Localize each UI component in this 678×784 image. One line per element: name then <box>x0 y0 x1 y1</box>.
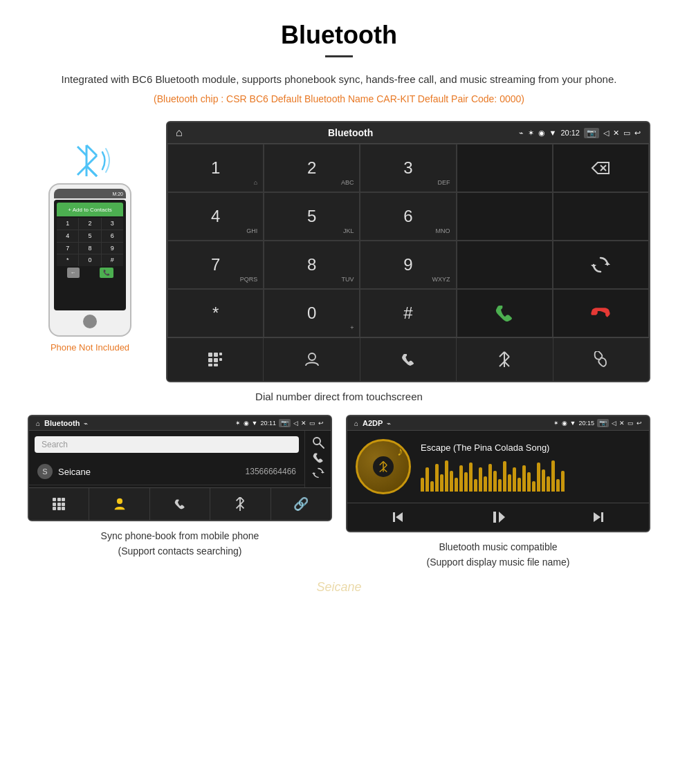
music-note-icon: ♪ <box>397 445 403 459</box>
volume-icon[interactable]: ◁ <box>603 129 609 138</box>
music-rect-icon[interactable]: ▭ <box>627 420 634 427</box>
status-bar-right: ⌁ ✶ ◉ ▼ 20:12 📷 ◁ ✕ ▭ ↩ <box>519 128 641 138</box>
pb-btn-grid[interactable] <box>29 488 89 520</box>
music-close-icon[interactable]: ✕ <box>619 420 625 427</box>
key-blank-4 <box>457 241 553 289</box>
svg-rect-14 <box>208 358 212 362</box>
music-vol-icon[interactable]: ◁ <box>612 420 616 427</box>
orange-info: (Bluetooth chip : CSR BC6 Default Blueto… <box>28 93 650 104</box>
pb-btn-person[interactable] <box>89 488 149 520</box>
pb-search-placeholder: Search <box>42 440 68 449</box>
music-info: Escape (The Pina Colada Song) <box>421 442 641 492</box>
phone-bottom-row: ← 📞 <box>57 268 123 278</box>
svg-line-23 <box>504 362 509 366</box>
music-caption-line2: (Support display music file name) <box>346 554 650 570</box>
pb-search-bar[interactable]: Search <box>35 436 299 453</box>
grid-icon <box>208 352 223 367</box>
home-icon[interactable]: ⌂ <box>176 127 183 139</box>
key-star[interactable]: * <box>167 289 264 337</box>
key-4[interactable]: 4 GHI <box>167 192 264 241</box>
dialpad-btn-link[interactable] <box>553 338 649 381</box>
window-icon[interactable]: ▭ <box>623 129 630 138</box>
eq-bar <box>508 474 511 492</box>
pb-right-icons <box>304 431 331 487</box>
phone-dial-grid: 1 2 3 4 5 6 7 8 9 * 0 # <box>57 218 123 266</box>
back-icon[interactable]: ↩ <box>634 129 641 138</box>
skip-back-icon <box>390 509 406 525</box>
phone-icon <box>401 352 416 367</box>
music-album-art: ♪ <box>356 439 411 494</box>
pb-btn-link[interactable]: 🔗 <box>271 488 331 520</box>
phone-screen: + Add to Contacts 1 2 3 4 5 6 7 8 9 * 0 <box>54 200 126 310</box>
pb-search-icon-btn[interactable] <box>312 436 324 451</box>
key-call-green[interactable] <box>457 289 553 337</box>
seicane-watermark: Seicane <box>28 580 650 595</box>
time-display: 20:12 <box>560 129 580 137</box>
phone-key-0: 0 <box>79 254 100 266</box>
svg-marker-55 <box>499 512 505 523</box>
key-9[interactable]: 9 WXYZ <box>360 241 456 289</box>
green-phone-icon <box>494 303 515 324</box>
eq-bar <box>532 481 535 492</box>
pb-bottom-bar: 🔗 <box>29 487 331 520</box>
key-7[interactable]: 7 PQRS <box>167 241 264 289</box>
pb-time: 20:11 <box>260 420 276 427</box>
pb-btn-call[interactable] <box>150 488 210 520</box>
svg-rect-36 <box>53 507 56 510</box>
svg-rect-15 <box>214 358 218 362</box>
contact-number: 13566664466 <box>246 467 296 476</box>
music-back-icon[interactable]: ↩ <box>636 420 642 427</box>
eq-bar <box>488 464 492 492</box>
car-status-bar: ⌂ Bluetooth ⌁ ✶ ◉ ▼ 20:12 📷 ◁ ✕ ▭ ↩ <box>167 122 649 144</box>
key-call-red[interactable] <box>553 289 649 337</box>
dialpad-btn-grid[interactable] <box>167 338 264 381</box>
key-2[interactable]: 2 ABC <box>264 144 360 192</box>
key-backspace[interactable] <box>553 144 649 192</box>
key-refresh[interactable] <box>553 241 649 289</box>
svg-line-27 <box>320 444 324 448</box>
key-1[interactable]: 1 ⌂ <box>167 144 264 192</box>
key-6[interactable]: 6 MNO <box>360 192 456 241</box>
dialpad-btn-contacts[interactable] <box>264 338 360 381</box>
red-phone-icon <box>590 303 611 324</box>
phone-back-btn: ← <box>67 268 80 278</box>
pb-contact-row[interactable]: S Seicane 13566664466 <box>29 458 304 485</box>
pb-back-icon[interactable]: ↩ <box>318 420 324 427</box>
svg-rect-33 <box>53 503 56 506</box>
music-skip-back[interactable] <box>347 509 448 525</box>
key-hash[interactable]: # <box>360 289 456 337</box>
pb-refresh-icon-btn[interactable] <box>312 467 324 482</box>
svg-marker-56 <box>594 512 601 522</box>
pb-phone-icon-btn[interactable] <box>312 451 324 467</box>
music-home-icon[interactable]: ⌂ <box>354 420 358 427</box>
phone-key-4: 4 <box>57 230 78 242</box>
eq-bar <box>484 476 487 492</box>
dialpad-btn-bluetooth[interactable] <box>457 338 553 381</box>
page-title: Bluetooth <box>28 21 650 50</box>
eq-bar <box>440 474 443 492</box>
key-3[interactable]: 3 DEF <box>360 144 456 192</box>
key-0[interactable]: 0 + <box>264 289 360 337</box>
music-skip-forward[interactable] <box>549 509 649 525</box>
music-play-pause[interactable] <box>448 509 548 525</box>
pb-rect-icon[interactable]: ▭ <box>309 420 315 427</box>
svg-line-1 <box>86 156 97 166</box>
phone-key-1: 1 <box>57 218 78 230</box>
pb-bt-icon: ✶ <box>235 420 241 427</box>
svg-rect-12 <box>214 353 218 357</box>
status-bar-left: ⌂ <box>176 127 183 139</box>
eq-bar <box>474 479 477 492</box>
pb-home-icon[interactable]: ⌂ <box>36 420 40 427</box>
eq-bar <box>464 472 468 492</box>
dialpad-btn-phone[interactable] <box>360 338 457 381</box>
pb-caption-line1: Sync phone-book from mobile phone <box>28 528 332 543</box>
svg-line-22 <box>504 357 509 362</box>
pb-vol-icon[interactable]: ◁ <box>293 420 298 427</box>
pb-btn-bluetooth[interactable] <box>210 488 271 520</box>
key-8[interactable]: 8 TUV <box>264 241 360 289</box>
key-5[interactable]: 5 JKL <box>264 192 360 241</box>
svg-rect-57 <box>601 512 603 522</box>
pb-close-icon[interactable]: ✕ <box>301 420 306 427</box>
usb-icon: ⌁ <box>519 129 524 138</box>
close-icon[interactable]: ✕ <box>613 129 619 138</box>
